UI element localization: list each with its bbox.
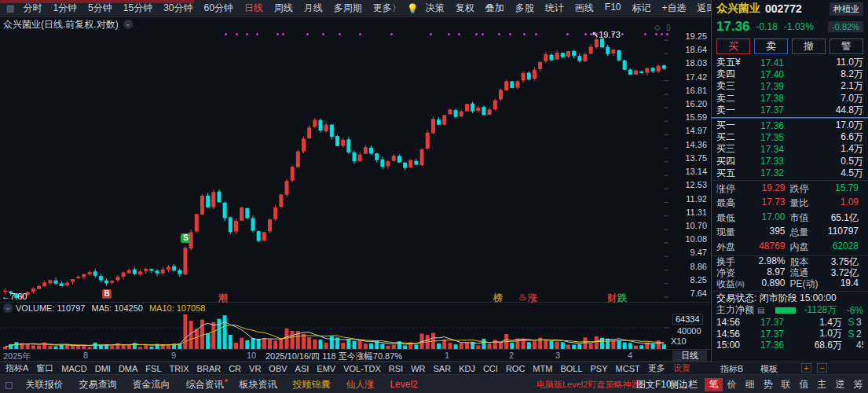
indicator-item[interactable]: 更多 xyxy=(644,362,669,374)
chart-stamp[interactable]: 涨 xyxy=(528,292,537,305)
sidebar-button[interactable]: 侧边栏 xyxy=(669,378,698,391)
timeframe-item[interactable]: 15分钟 xyxy=(118,2,158,15)
indicator-item[interactable]: CR xyxy=(225,364,245,373)
quote-tab[interactable]: 笔 xyxy=(705,378,723,391)
zoom-in-button[interactable]: + xyxy=(801,363,811,373)
bottom-bar-item[interactable]: 资金流向 xyxy=(124,378,178,391)
quote-tab[interactable]: 价 xyxy=(723,378,741,391)
menu-item[interactable]: 标记 xyxy=(627,2,657,15)
indicator-item[interactable]: FSL xyxy=(141,364,165,373)
indicator-item[interactable]: BRAR xyxy=(193,364,225,373)
indicator-item[interactable]: WR xyxy=(407,364,429,373)
quote-tab[interactable]: 联 xyxy=(777,378,795,391)
indicator-item[interactable]: VR xyxy=(245,364,265,373)
promo-link[interactable]: 电脑版Level2盯盘策略神器> xyxy=(537,379,645,391)
sell-button[interactable]: 卖 xyxy=(754,39,788,54)
indicator-item[interactable]: SAR xyxy=(430,364,456,373)
window-icon-bottom[interactable]: ▢ xyxy=(5,380,13,390)
quote-tab[interactable]: 逆 xyxy=(831,378,849,391)
bid-row[interactable]: 买五17.324.5万 xyxy=(712,167,868,179)
window-icon[interactable]: ▥ xyxy=(6,3,14,13)
quote-tab[interactable]: 细 xyxy=(741,378,759,391)
bottom-bar-item[interactable]: 关联报价 xyxy=(17,378,71,391)
ask-row[interactable]: 卖二17.387.0万 xyxy=(712,93,868,105)
bottom-bar-item[interactable]: 仙人涨 xyxy=(338,378,382,391)
menu-item[interactable]: 决策 xyxy=(420,2,450,15)
bottom-bar-item[interactable]: 板块资讯 xyxy=(231,378,284,391)
indicator-item[interactable]: MACD xyxy=(57,364,90,373)
volume-chart-canvas[interactable] xyxy=(0,313,669,351)
f10-button[interactable]: 图文F10 xyxy=(636,378,672,391)
indicator-item[interactable]: TRIX xyxy=(166,364,193,373)
indicator-item[interactable]: BOLL xyxy=(556,364,586,373)
quote-tab[interactable]: 值 xyxy=(795,378,813,391)
indicator-item[interactable]: KDJ xyxy=(455,364,479,373)
bid-row[interactable]: 买四17.330.5万 xyxy=(712,156,868,167)
indicator-item[interactable]: DMI xyxy=(91,364,115,373)
indicator-item[interactable]: EMV xyxy=(313,364,339,373)
timeframe-item[interactable]: 日线 xyxy=(239,2,269,15)
chart-stamp[interactable]: ♨ xyxy=(518,292,527,303)
indicator-item[interactable]: VOL-TDX xyxy=(339,364,385,373)
indicator-item[interactable]: CCI xyxy=(479,364,502,373)
menu-item[interactable]: F10 xyxy=(599,2,627,15)
indicator-item[interactable]: 指标A xyxy=(2,362,32,374)
menu-item[interactable]: 画线 xyxy=(570,2,599,15)
indicator-item[interactable]: MTM xyxy=(529,364,556,373)
buy-button[interactable]: 买 xyxy=(716,39,750,54)
menu-item[interactable]: 复权 xyxy=(450,2,480,15)
bulb-icon[interactable]: 💡 xyxy=(407,3,419,14)
bottom-bar-item[interactable]: 交易查询 xyxy=(71,378,124,391)
indicator-item[interactable]: 设置 xyxy=(669,362,694,374)
template-button[interactable]: 模板 xyxy=(760,363,778,375)
chart-stamp[interactable]: 潮 xyxy=(218,292,228,305)
diamond-icon[interactable]: ◇ xyxy=(654,23,661,31)
chart-stamp[interactable]: 财 xyxy=(607,292,617,305)
chart-stamp[interactable]: 榜 xyxy=(493,292,503,305)
bottom-bar-item[interactable]: Level2 xyxy=(382,379,425,390)
quote-tab[interactable]: 势 xyxy=(759,378,777,391)
indicator-b-button[interactable]: 指标B xyxy=(720,363,743,375)
bottom-bar-item[interactable]: 投顾锦囊 xyxy=(284,378,338,391)
ask-row[interactable]: 卖四17.408.2万 xyxy=(712,68,868,80)
bid-row[interactable]: 买三17.341.4万 xyxy=(712,143,868,155)
indicator-item[interactable]: RSI xyxy=(385,364,407,373)
ask-row[interactable]: 卖一17.3744.8万 xyxy=(712,105,868,116)
timeframe-item[interactable]: 月线 xyxy=(298,2,328,15)
list-icon[interactable]: ▤ xyxy=(757,306,764,314)
menu-item[interactable]: 叠加 xyxy=(480,2,510,15)
indicator-item[interactable]: ROC xyxy=(502,364,529,373)
collapse-icon[interactable]: ⌄ xyxy=(3,303,13,313)
bid-row[interactable]: 买一17.3617.0万 xyxy=(712,119,868,131)
menu-item[interactable]: 统计 xyxy=(540,2,570,15)
indicator-item[interactable]: OBV xyxy=(265,364,291,373)
bottom-bar-item[interactable]: 综合资讯 xyxy=(178,378,231,391)
timeframe-item[interactable]: 5分钟 xyxy=(82,2,118,15)
timeframe-item[interactable]: 分时 xyxy=(17,2,47,15)
indicator-item[interactable]: DMA xyxy=(115,364,141,373)
industry-badge[interactable]: 种植业 xyxy=(830,2,863,16)
quote-tab[interactable]: 主 xyxy=(813,378,831,391)
indicator-item[interactable]: 窗口 xyxy=(32,362,57,374)
timeframe-item[interactable]: 30分钟 xyxy=(158,2,198,15)
bid-row[interactable]: 买二17.356.6万 xyxy=(712,131,868,143)
chevron-down-icon[interactable]: ⌄ xyxy=(123,20,133,29)
quote-tab[interactable]: 筹 xyxy=(849,378,867,391)
ask-row[interactable]: 卖三17.392.1万 xyxy=(712,80,868,92)
menu-item[interactable]: +自选 xyxy=(657,2,692,15)
chart-stamp[interactable]: 跌 xyxy=(617,292,627,305)
timeframe-item[interactable]: 1分钟 xyxy=(47,2,82,15)
timeframe-item[interactable]: 周线 xyxy=(269,2,298,15)
alert-button[interactable]: 警 xyxy=(830,39,863,54)
timeframe-item[interactable]: 更多〉 xyxy=(368,2,407,15)
cancel-button[interactable]: 撤 xyxy=(792,39,826,54)
period-box[interactable]: 日线 xyxy=(672,351,707,361)
price-chart-canvas[interactable] xyxy=(0,31,669,303)
timeframe-item[interactable]: 多周期 xyxy=(328,2,368,15)
indicator-item[interactable]: ASI xyxy=(291,364,313,373)
zoom-out-button[interactable]: − xyxy=(817,363,827,373)
timeframe-item[interactable]: 60分钟 xyxy=(199,2,239,15)
ask-row[interactable]: 卖五¥17.4111.0万 xyxy=(712,57,868,68)
indicator-item[interactable]: PSY xyxy=(587,364,612,373)
menu-item[interactable]: 多股 xyxy=(510,2,540,15)
